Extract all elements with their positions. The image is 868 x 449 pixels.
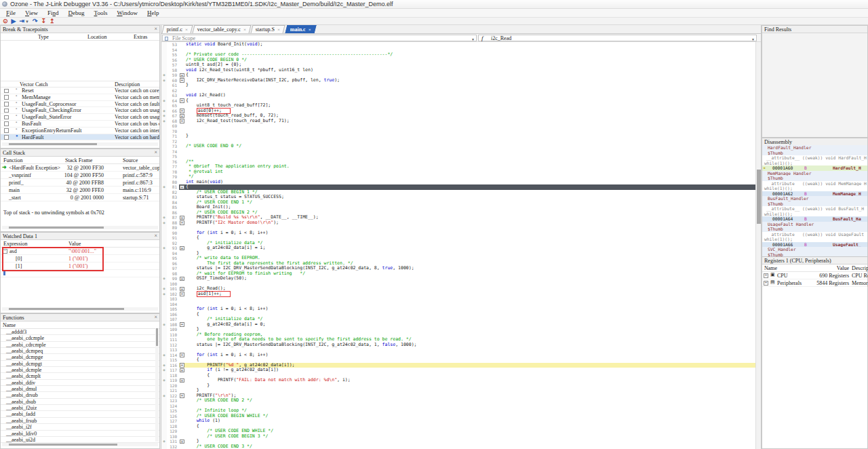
code-line-84[interactable]: 84 /* USER CODE END 1 */ bbox=[161, 200, 757, 206]
code-line-56[interactable]: 56/* USER CODE BEGIN 0 */ bbox=[161, 58, 757, 63]
function-list-item[interactable]: __aeabi_ldiv0 bbox=[1, 431, 159, 437]
breakpoint-gutter[interactable] bbox=[161, 52, 167, 58]
breakpoint-gutter[interactable]: ● bbox=[161, 119, 167, 124]
function-list-item[interactable]: __aeabi_cdcmple bbox=[1, 335, 159, 341]
function-list-item[interactable]: __aeabi_dcmpge bbox=[1, 354, 159, 360]
disasm-line[interactable]: __attribute__ ((weak)) void MemManage_H bbox=[762, 181, 867, 187]
close-icon[interactable]: × bbox=[154, 26, 157, 33]
col-type[interactable]: Type bbox=[38, 34, 49, 40]
reset-icon[interactable]: ↷ bbox=[33, 18, 38, 24]
menu-item-tools[interactable]: Tools bbox=[90, 9, 113, 18]
close-icon[interactable]: × bbox=[154, 314, 157, 321]
breakpoint-gutter[interactable]: ● bbox=[161, 220, 167, 226]
code-line-124[interactable]: 124 bbox=[161, 404, 757, 409]
breakpoint-gutter[interactable] bbox=[161, 281, 167, 287]
breakpoint-gutter[interactable] bbox=[161, 444, 167, 449]
breakpoint-gutter[interactable] bbox=[161, 164, 167, 170]
fold-gutter[interactable]: + bbox=[179, 368, 186, 373]
fold-gutter[interactable]: + bbox=[179, 292, 186, 297]
breakpoint-gutter[interactable] bbox=[161, 266, 167, 271]
breakpoint-gutter[interactable] bbox=[161, 256, 167, 261]
breakpoint-gutter[interactable] bbox=[161, 404, 167, 409]
checkbox[interactable] bbox=[4, 128, 9, 133]
code-line-120[interactable]: 120 } bbox=[161, 383, 757, 389]
breakpoint-gutter[interactable] bbox=[161, 170, 167, 175]
disasm-line[interactable]: UsageFault_Handler bbox=[762, 222, 867, 227]
breakpoint-gutter[interactable] bbox=[161, 251, 167, 256]
breakpoint-gutter[interactable]: ● bbox=[161, 98, 167, 104]
breakpoint-gutter[interactable] bbox=[161, 195, 167, 200]
disasm-line[interactable]: $Thumb bbox=[762, 201, 867, 207]
breakpoint-gutter[interactable] bbox=[161, 347, 167, 353]
h-scrollbar[interactable] bbox=[2, 443, 158, 446]
close-tab-icon[interactable]: × bbox=[277, 27, 280, 33]
code-line-99[interactable]: ●99+ OSIF_TimeDelay(50); bbox=[161, 276, 757, 281]
call-stack-row[interactable]: main32 @ 2000 FFE0main.c:116:9 bbox=[1, 187, 159, 194]
h-scrollbar[interactable] bbox=[2, 226, 158, 229]
watched-row[interactable]: −asd"\001\001..." bbox=[1, 248, 159, 255]
breakpoint-gutter[interactable]: ● bbox=[161, 439, 167, 444]
vector-catch-row[interactable]: ▪UsageFault_CoprocessorVector catch on f… bbox=[1, 101, 159, 108]
code-line-75[interactable]: 75 bbox=[161, 154, 757, 159]
watched-row[interactable]: [0]1 ('\001') bbox=[1, 255, 159, 262]
breakpoint-gutter[interactable]: ● bbox=[161, 292, 167, 297]
breakpoint-gutter[interactable] bbox=[161, 174, 167, 180]
code-line-58[interactable]: 58void i2c_Read_test(uint8_t *pbuff, uin… bbox=[161, 68, 757, 73]
call-stack-row[interactable]: _vsnprintf104 @ 2000 FF50printf.c:587:9 bbox=[1, 172, 159, 179]
tab-vector_table_copy.c[interactable]: vector_table_copy.c× bbox=[193, 25, 252, 33]
fold-gutter[interactable]: + bbox=[179, 246, 186, 251]
breakpoint-gutter[interactable] bbox=[161, 205, 167, 210]
collapse-icon[interactable]: − bbox=[3, 249, 7, 254]
code-line-102[interactable]: ●102+ asd[1]++; bbox=[161, 292, 757, 297]
expand-icon[interactable]: + bbox=[764, 273, 768, 278]
code-line-130[interactable]: 130 /* USER CODE BEGIN 3 */ bbox=[161, 434, 757, 440]
code-line-105[interactable]: 105 for (int i = 0; i < 8; i++) bbox=[161, 307, 757, 312]
function-list-item[interactable]: __aeabi_drsub bbox=[1, 392, 159, 398]
step-over-icon[interactable]: ⇥▼ bbox=[19, 18, 29, 25]
disasm-line[interactable]: 00001A64BBusFault_Ha bbox=[762, 216, 867, 222]
breakpoint-gutter[interactable] bbox=[161, 332, 167, 338]
breakpoint-gutter[interactable] bbox=[161, 225, 167, 231]
breakpoint-gutter[interactable] bbox=[161, 296, 167, 302]
breakpoint-gutter[interactable] bbox=[161, 398, 167, 404]
breakpoint-gutter[interactable] bbox=[161, 327, 167, 332]
function-combo[interactable]: f i2c_Read ▼ bbox=[478, 35, 757, 41]
menu-item-debug[interactable]: Debug bbox=[64, 9, 90, 18]
code-line-112[interactable]: 112 status |= I2C_DRV_MasterSendDataBloc… bbox=[161, 343, 757, 348]
function-list-item[interactable]: __aeabi_ddiv bbox=[1, 380, 159, 386]
code-line-114[interactable]: ●114+ for (int i = 0; i < 8; i++) bbox=[161, 353, 757, 358]
breakpoint-gutter[interactable] bbox=[161, 149, 167, 155]
code-line-117[interactable]: ●117+ if (i != g_at24c02_data[i]) bbox=[161, 368, 757, 373]
code-line-88[interactable]: ●88+ PRINTF("I2c Master demo!\r\n"); bbox=[161, 220, 757, 226]
disasm-line[interactable]: ➜00001A60BHardFault_H bbox=[762, 165, 867, 171]
disasm-line[interactable]: __attribute__ ((weak)) void HardFault_H bbox=[762, 155, 867, 161]
code-line-62[interactable]: 62 bbox=[161, 88, 757, 94]
disasm-line[interactable]: __attribute__ ((weak)) void BusFault_H bbox=[762, 206, 867, 212]
register-group-row[interactable]: +▣CPU690 RegistersCPU Regi bbox=[762, 272, 867, 279]
code-line-70[interactable]: 70 bbox=[161, 129, 757, 134]
checkbox[interactable] bbox=[4, 109, 9, 113]
code-line-74[interactable]: 74 bbox=[161, 149, 757, 155]
col-expression[interactable]: Expression bbox=[3, 241, 28, 247]
breakpoint-gutter[interactable] bbox=[161, 123, 167, 129]
col-description[interactable]: Description bbox=[115, 81, 140, 87]
breakpoint-gutter[interactable]: ● bbox=[161, 246, 167, 251]
breakpoint-gutter[interactable] bbox=[161, 144, 167, 149]
code-line-61[interactable]: 61} bbox=[161, 83, 757, 88]
breakpoint-gutter[interactable] bbox=[161, 83, 167, 88]
function-list-item[interactable]: __aeabi_dmul bbox=[1, 386, 159, 392]
h-scrollbar[interactable] bbox=[2, 142, 158, 146]
breakpoint-gutter[interactable] bbox=[161, 271, 167, 277]
fold-gutter[interactable]: + bbox=[179, 378, 186, 383]
breakpoint-gutter[interactable] bbox=[161, 129, 167, 134]
vector-catch-row[interactable]: ▪ExceptionEntryReturnFaultVector catch o… bbox=[1, 128, 159, 134]
code-line-93[interactable]: ●93+ g_at24c02_data[i] = i; bbox=[161, 246, 757, 251]
disasm-line[interactable]: __attribute__ ((weak)) void UsageFault bbox=[762, 232, 867, 237]
close-icon[interactable]: × bbox=[154, 149, 157, 156]
col-location[interactable]: Location bbox=[87, 34, 106, 40]
code-line-78[interactable]: 78 * @retval int bbox=[161, 170, 757, 175]
col-function[interactable]: Function bbox=[3, 157, 22, 163]
breakpoint-gutter[interactable] bbox=[161, 434, 167, 440]
breakpoint-gutter[interactable] bbox=[161, 408, 167, 414]
expand-icon[interactable]: + bbox=[764, 281, 768, 286]
